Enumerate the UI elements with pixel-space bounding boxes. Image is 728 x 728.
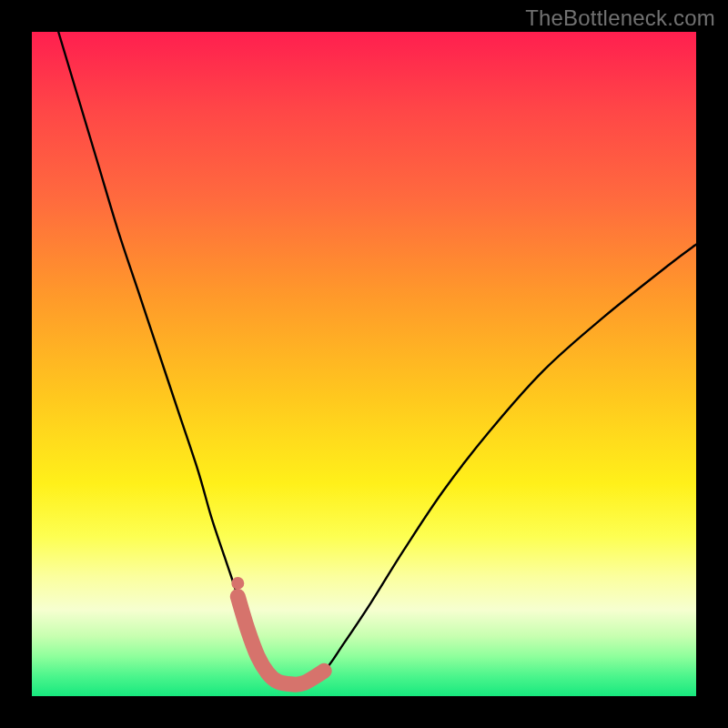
marker-band [238, 597, 324, 685]
marker-dot [231, 577, 244, 590]
chart-frame: TheBottleneck.com [0, 0, 728, 728]
bottleneck-curve [58, 32, 696, 684]
watermark-text: TheBottleneck.com [525, 5, 715, 31]
curve-svg [32, 32, 696, 696]
plot-area [32, 32, 696, 696]
